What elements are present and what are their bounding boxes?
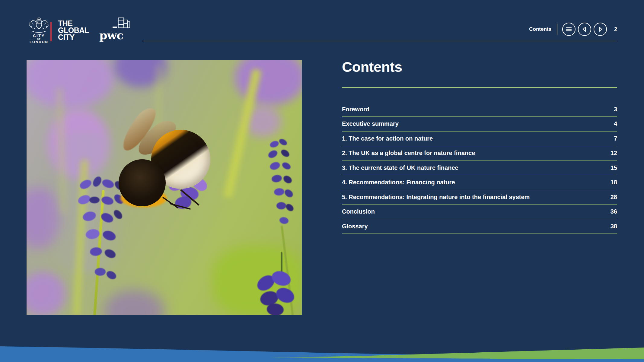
title-rule — [342, 87, 617, 88]
toc-entry-label: Executive summary — [342, 120, 399, 127]
wordmark-line-city: CITY — [58, 34, 89, 41]
toc-entry[interactable]: 4. Recommendations: Financing nature 18 — [342, 175, 617, 190]
bumblebee-illustration — [116, 112, 215, 216]
contents-panel: Contents Foreword 3 Executive summary 4 … — [342, 59, 617, 234]
toc-entry[interactable]: 5. Recommendations: Integrating nature i… — [342, 190, 617, 205]
city-of-london-logo: CITY OF LONDON — [27, 17, 51, 44]
toc-entry-label: Foreword — [342, 106, 369, 113]
bee-leg — [180, 189, 199, 206]
pwc-wordmark: pwc — [99, 30, 123, 41]
crest-caption-of: OF — [27, 38, 51, 40]
page-title: Contents — [342, 59, 617, 75]
arrow-right-icon — [597, 26, 604, 33]
toc-entry[interactable]: 1. The case for action on nature 7 — [342, 132, 617, 146]
toc-entry-label: 5. Recommendations: Integrating nature i… — [342, 194, 530, 201]
toc-entry-page-number: 7 — [614, 135, 617, 142]
current-section-label: Contents — [529, 26, 551, 32]
toc-entry-page-number: 12 — [611, 150, 617, 157]
toc-entry-label: 1. The case for action on nature — [342, 135, 433, 142]
toc-entry-page-number: 36 — [611, 208, 617, 215]
toc-entry-label: 4. Recommendations: Financing nature — [342, 179, 455, 186]
toc-entry[interactable]: Glossary 38 — [342, 219, 617, 234]
city-of-london-crest-icon — [27, 17, 51, 33]
toc-entry[interactable]: Executive summary 4 — [342, 117, 617, 132]
next-page-button[interactable] — [594, 23, 607, 36]
crest-caption: CITY OF LONDON — [27, 34, 51, 44]
the-global-city-wordmark: THE GLOBAL CITY — [58, 20, 89, 41]
crest-caption-city: CITY — [27, 34, 51, 38]
toc-entry-page-number: 4 — [614, 120, 617, 127]
cover-photo-bee-on-lavender — [27, 60, 302, 315]
arrow-left-icon — [581, 26, 588, 33]
previous-page-button[interactable] — [578, 23, 591, 36]
bee-thorax — [119, 159, 166, 206]
report-page: CITY OF LONDON THE GLOBAL CITY pwc Conte… — [0, 0, 644, 362]
toc-entry-label: Conclusion — [342, 208, 375, 215]
crest-caption-london: LONDON — [27, 40, 51, 44]
toc-entry-label: 3. The current state of UK nature financ… — [342, 164, 458, 171]
toc-entry-page-number: 38 — [611, 223, 617, 230]
bee-leg — [162, 197, 179, 209]
table-of-contents: Foreword 3 Executive summary 4 1. The ca… — [342, 102, 617, 234]
toc-entry-label: Glossary — [342, 223, 368, 230]
toc-entry-page-number: 28 — [611, 194, 617, 201]
toc-entry-page-number: 15 — [611, 164, 617, 171]
nav-divider — [557, 24, 557, 35]
header-rule — [143, 41, 617, 41]
bee-leg — [170, 203, 191, 210]
toc-entry[interactable]: 2. The UK as a global centre for nature … — [342, 146, 617, 161]
viewer-navigation: Contents 2 — [529, 22, 617, 36]
hamburger-menu-icon — [565, 26, 572, 33]
brand-red-divider — [50, 22, 52, 41]
toc-entry[interactable]: Conclusion 36 — [342, 205, 617, 219]
toc-entry[interactable]: 3. The current state of UK nature financ… — [342, 161, 617, 176]
toc-entry-page-number: 3 — [614, 106, 617, 113]
footer-wave-decoration — [0, 344, 644, 362]
toc-entry-page-number: 18 — [611, 179, 617, 186]
page-number: 2 — [614, 26, 617, 33]
toc-entry[interactable]: Foreword 3 — [342, 102, 617, 117]
toc-entry-label: 2. The UK as a global centre for nature … — [342, 150, 475, 157]
contents-menu-button[interactable] — [562, 23, 575, 36]
pwc-logo: pwc — [99, 17, 132, 43]
